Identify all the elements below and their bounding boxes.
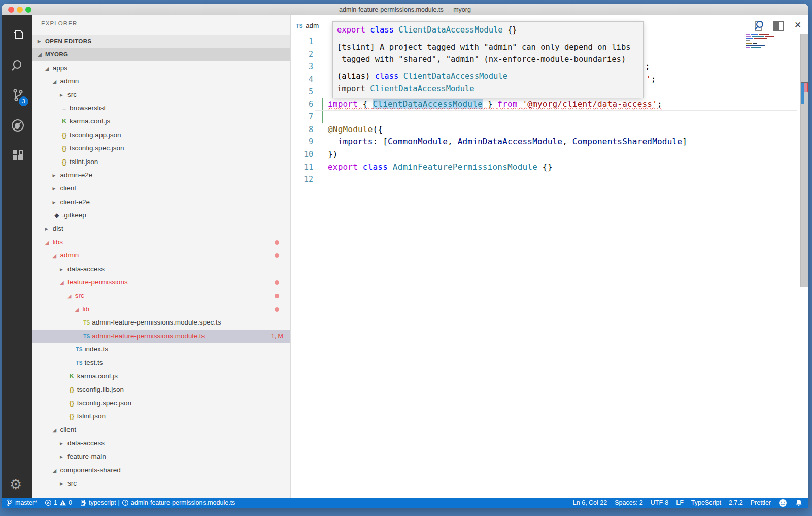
line-number[interactable]: 12: [291, 173, 313, 186]
tree-item-tslint-json[interactable]: {}tslint.json: [32, 155, 290, 169]
tree-item-myorg[interactable]: MYORG: [32, 48, 290, 61]
tree-item-admin-feature-permissions-module-spec-ts[interactable]: TSadmin-feature-permissions.module.spec.…: [32, 316, 290, 329]
tree-item-karma-conf-js[interactable]: Kkarma.conf.js: [32, 370, 290, 383]
activity-bar: 3 ⚙: [2, 15, 32, 498]
tree-item-label: src: [67, 479, 77, 487]
scrollbar-overview-ruler[interactable]: [800, 34, 808, 287]
tree-item-tsconfig-spec-json[interactable]: {}tsconfig.spec.json: [32, 397, 290, 410]
ts-blue-file-icon: TS: [82, 330, 91, 343]
explorer-icon[interactable]: [11, 28, 25, 42]
tree-item-tslint-json[interactable]: {}tslint.json: [32, 410, 290, 423]
tree-item-test-ts[interactable]: TStest.ts: [32, 356, 290, 369]
chevron-collapsed-icon: [52, 196, 60, 209]
tree-item-client[interactable]: client: [32, 182, 290, 195]
line-number[interactable]: 6: [291, 98, 313, 111]
titlebar: admin-feature-permissions.module.ts — my…: [2, 4, 808, 15]
tree-item-apps[interactable]: apps: [32, 61, 290, 75]
problems-indicator[interactable]: 1 0: [45, 499, 72, 506]
extensions-icon[interactable]: [11, 149, 25, 163]
tree-item-lib[interactable]: lib: [32, 303, 290, 316]
notifications-bell-icon[interactable]: [795, 499, 803, 507]
tree-item-tsconfig-app-json[interactable]: {}tsconfig.app.json: [32, 128, 290, 142]
chevron-collapsed-icon: [60, 437, 67, 450]
tree-item-src[interactable]: src: [32, 88, 290, 102]
line-number[interactable]: 1: [291, 36, 313, 48]
code-line-6[interactable]: import { ClientDataAccessModule } from '…: [328, 98, 662, 111]
tree-item-client-e2e[interactable]: client-e2e: [32, 196, 290, 209]
tree-item-admin[interactable]: admin: [32, 75, 290, 88]
status-eol[interactable]: LF: [676, 499, 684, 506]
git-branch-icon: [6, 499, 13, 506]
tree-item-gitkeep[interactable]: ◆.gitkeep: [32, 209, 290, 222]
tree-item-admin-feature-permissions-module-ts[interactable]: TSadmin-feature-permissions.module.ts1, …: [32, 330, 290, 343]
tree-item-karma-conf-js[interactable]: Kkarma.conf.js: [32, 115, 290, 128]
line-number[interactable]: 11: [291, 161, 313, 174]
line-number[interactable]: 5: [291, 86, 313, 99]
settings-gear-icon[interactable]: ⚙: [10, 476, 22, 493]
hover-import-line: import ClientDataAccessModule: [337, 83, 639, 95]
status-bar: master* 1 0 typescript: [2, 498, 808, 508]
tree-item-tsconfig-lib-json[interactable]: {}tsconfig.lib.json: [32, 383, 290, 396]
sidebar-title: EXPLORER: [41, 20, 77, 26]
line-number[interactable]: 2: [291, 48, 313, 61]
tree-item-feature-permissions[interactable]: feature-permissions: [32, 276, 290, 289]
feedback-smiley-icon[interactable]: [779, 499, 787, 507]
symbol-link[interactable]: ClientDataAccessModule: [373, 99, 483, 109]
modified-dot: [275, 294, 279, 298]
code-line-4-suffix[interactable]: ';: [646, 73, 656, 86]
status-encoding[interactable]: UTF-8: [651, 499, 668, 506]
git-file-icon: ◆: [52, 209, 61, 222]
status-indentation[interactable]: Spaces: 2: [615, 499, 643, 506]
status-language-mode[interactable]: TypeScript: [691, 499, 721, 506]
code-line-11[interactable]: export class AdminFeaturePermissionsModu…: [328, 161, 553, 174]
minimap-code-line: [746, 36, 774, 37]
tree-item-src[interactable]: src: [32, 289, 290, 302]
hover-alias-info: (alias) class ClientDataAccessModule imp…: [333, 68, 643, 98]
tree-item-label: data-access: [67, 439, 105, 447]
line-number[interactable]: 4: [291, 73, 313, 86]
line-number[interactable]: 10: [291, 148, 313, 161]
close-editor-icon[interactable]: ✕: [791, 19, 805, 31]
tree-item-browserslist[interactable]: ≡browserslist: [32, 102, 290, 115]
tree-item-admin-e2e[interactable]: admin-e2e: [32, 169, 290, 182]
find-in-file-icon[interactable]: [752, 19, 766, 31]
linter-status[interactable]: typescript | admin-feature-permissions.m…: [80, 499, 235, 506]
warning-count: 0: [69, 499, 72, 506]
chevron-collapsed-icon: [38, 35, 45, 48]
debug-icon[interactable]: [11, 118, 25, 133]
line-number[interactable]: 3: [291, 60, 313, 73]
status-formatter[interactable]: Prettier: [751, 499, 771, 506]
split-editor-icon[interactable]: [771, 19, 786, 31]
line-number[interactable]: 8: [291, 123, 313, 136]
list-file-icon: ≡: [60, 102, 69, 115]
code-line-8[interactable]: @NgModule({: [328, 123, 383, 136]
tree-item-feature-main[interactable]: feature-main: [32, 450, 290, 463]
git-branch-indicator[interactable]: master*: [6, 499, 37, 506]
ruler-modified-marker: [801, 83, 804, 104]
search-icon[interactable]: [11, 58, 25, 73]
chevron-collapsed-icon: [60, 450, 67, 464]
tree-item-data-access[interactable]: data-access: [32, 437, 290, 450]
tree-item-tsconfig-spec-json[interactable]: {}tsconfig.spec.json: [32, 142, 290, 155]
tree-item-src[interactable]: src: [32, 477, 290, 490]
tree-item-index-ts[interactable]: TSindex.ts: [32, 343, 290, 356]
tree-item-libs[interactable]: libs: [32, 236, 290, 249]
tree-item-admin[interactable]: admin: [32, 249, 290, 262]
line-number[interactable]: 7: [291, 111, 313, 123]
code-line-10[interactable]: }): [328, 148, 338, 161]
line-number[interactable]: 9: [291, 136, 313, 148]
code-line-9[interactable]: imports: [CommonModule, AdminDataAccessM…: [328, 136, 687, 148]
error-count: 1: [54, 499, 57, 506]
tree-item-label: libs: [53, 238, 63, 246]
status-cursor-position[interactable]: Ln 6, Col 22: [573, 499, 607, 506]
karma-file-icon: K: [67, 370, 76, 383]
tree-item-open-editors[interactable]: OPEN EDITORS: [32, 35, 290, 48]
tree-item-dist[interactable]: dist: [32, 222, 290, 235]
status-ts-version[interactable]: 2.7.2: [729, 499, 743, 506]
tree-item-data-access[interactable]: data-access: [32, 263, 290, 276]
code-line-3-suffix[interactable]: ;: [645, 60, 650, 73]
tree-item-client[interactable]: client: [32, 423, 290, 436]
tree-item-components-shared[interactable]: components-shared: [32, 464, 290, 477]
warnings-icon: [59, 499, 66, 506]
editor-tab[interactable]: TSadm: [294, 19, 319, 33]
